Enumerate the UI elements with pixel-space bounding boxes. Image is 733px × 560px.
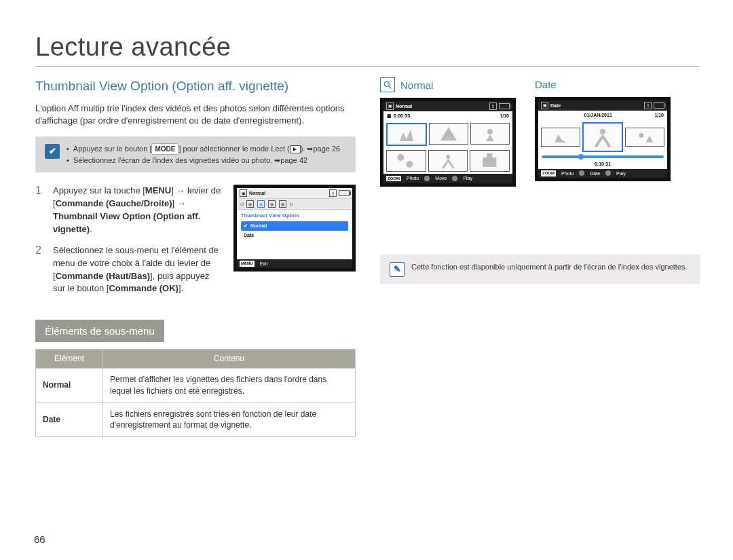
prerequisite-list: • Appuyez sur le bouton [MODE] pour séle… xyxy=(67,143,346,166)
thumbnail-filmstrip xyxy=(538,120,667,154)
table-row: Date Les fichiers enregistrés sont triés… xyxy=(36,403,356,437)
sd-card-icon: ▯ xyxy=(489,102,497,110)
joystick-icon xyxy=(579,170,584,176)
submenu-header: Éléments de sous-menu xyxy=(35,320,164,342)
svg-point-9 xyxy=(600,129,605,134)
right-column: Normal ▣ Normal ▯ xyxy=(380,77,700,437)
step-number: 1 xyxy=(35,185,46,236)
label-date: Date xyxy=(535,77,557,92)
svg-point-0 xyxy=(384,81,389,86)
sd-card-icon: ▯ xyxy=(644,102,652,109)
lcd-menu-body: Thumbnail View Option ✔ Normal Date xyxy=(237,210,352,259)
step-block: ▣ Normal ▯ ◁ ◍ ◍ ◍ xyxy=(35,185,356,303)
lcd-top-bar: ▣ Normal ▯ xyxy=(237,188,352,199)
svg-rect-8 xyxy=(487,153,493,157)
col-element: Elément xyxy=(36,350,103,369)
check-icon: ✔ xyxy=(45,144,60,159)
svg-line-1 xyxy=(389,86,392,89)
left-column: Thumbnail View Option (Option aff. vigne… xyxy=(35,77,356,437)
scroll-right-icon: ▷ xyxy=(290,201,293,208)
section-heading: Thumbnail View Option (Option aff. vigne… xyxy=(35,77,356,96)
info-row: 01/JAN/2011 1/10 xyxy=(538,111,667,120)
lcd-scroll-strip: ◁ ◍ ◍ ◍ ◍ ▷ xyxy=(237,199,352,210)
lcd-menu-illustration: ▣ Normal ▯ ◁ ◍ ◍ ◍ xyxy=(233,185,356,272)
label-row: Normal xyxy=(380,77,516,92)
thumbnail xyxy=(541,128,580,147)
svg-point-4 xyxy=(397,154,404,161)
battery-icon xyxy=(339,190,350,196)
step-text: Sélectionnez le sous-menu et l'élément d… xyxy=(53,244,223,295)
note-icon: ✎ xyxy=(390,262,405,277)
step-text: Appuyez sur la touche [MENU] → levier de… xyxy=(53,185,223,236)
normal-preview-block: Normal ▣ Normal ▯ xyxy=(380,77,516,187)
lcd-footer-bar: ZOOM Photo Date Play xyxy=(538,169,667,179)
joystick-icon xyxy=(424,176,430,181)
checkmark-icon: ✔ xyxy=(244,223,248,229)
thumbnail xyxy=(428,150,468,172)
thumbnail xyxy=(429,123,468,145)
movie-icon: ▣ xyxy=(386,102,394,110)
strip-icon-selected: ◍ xyxy=(257,200,265,208)
svg-point-3 xyxy=(487,129,493,134)
two-column-layout: Thumbnail View Option (Option aff. vigne… xyxy=(35,77,700,437)
table-row: Normal Permet d'afficher les vignettes d… xyxy=(36,369,356,403)
manual-page: Lecture avancée Thumbnail View Option (O… xyxy=(0,0,733,451)
zoom-chip: ZOOM xyxy=(386,176,401,181)
svg-rect-7 xyxy=(483,157,497,167)
step-2: 2 Sélectionnez le sous-menu et l'élément… xyxy=(35,244,223,295)
svg-point-10 xyxy=(639,133,643,138)
thumbnail xyxy=(582,122,623,152)
step-number: 2 xyxy=(35,244,46,295)
note-box: ✎ Cette fonction est disponible uniqueme… xyxy=(380,255,700,284)
thumbnail xyxy=(386,123,427,146)
play-mode-icon xyxy=(290,145,301,153)
bullet-item: • Sélectionnez l'écran de l'index des vi… xyxy=(67,155,346,166)
battery-icon xyxy=(499,103,510,109)
note-text: Cette fonction est disponible uniquement… xyxy=(411,261,688,273)
timeline-bar xyxy=(542,155,664,158)
scroll-left-icon: ◁ xyxy=(240,201,243,208)
menu-item-date: Date xyxy=(241,231,348,240)
page-title: Lecture avancée xyxy=(35,33,700,62)
step-1: 1 Appuyez sur la touche [MENU] → levier … xyxy=(35,185,223,236)
joystick-icon xyxy=(452,176,457,181)
zoom-chip: ZOOM xyxy=(541,170,556,176)
thumbnail xyxy=(386,150,426,172)
intro-paragraph: L'option Aff multip trie l'index des vid… xyxy=(35,102,356,127)
movie-icon: ▣ xyxy=(240,189,247,197)
label-row: Date xyxy=(535,77,671,92)
lcd-footer-bar: MENU Exit xyxy=(237,259,352,269)
title-divider xyxy=(35,66,700,67)
thumbnail-grid-row xyxy=(383,148,512,174)
lcd-date: ▣ Date ▯ 01/JAN/2011 1/10 xyxy=(535,97,671,181)
magnifier-icon xyxy=(380,77,395,92)
prerequisite-box: ✔ • Appuyez sur le bouton [MODE] pour sé… xyxy=(35,136,356,173)
page-number: 66 xyxy=(34,534,45,545)
label-normal: Normal xyxy=(400,78,433,92)
thumbnail-grid-row xyxy=(383,121,512,148)
strip-icon: ◍ xyxy=(279,200,286,208)
strip-icon: ◍ xyxy=(246,200,254,208)
preview-screens-row: Normal ▣ Normal ▯ xyxy=(380,77,700,187)
thumbnail xyxy=(470,123,510,145)
svg-point-5 xyxy=(406,161,413,168)
menu-chip: MENU xyxy=(240,261,255,266)
menu-item-normal: ✔ Normal xyxy=(241,221,348,231)
strip-icon: ◍ xyxy=(268,200,276,208)
date-preview-block: Date ▣ Date ▯ xyxy=(535,77,671,187)
joystick-icon xyxy=(605,170,611,176)
movie-icon: ▣ xyxy=(541,102,548,109)
info-row: ▣0:00:55 1/10 xyxy=(383,111,512,121)
battery-icon xyxy=(654,102,664,109)
clip-icon: ▣ xyxy=(387,113,392,119)
info-row: 0:10:31 xyxy=(538,160,667,169)
thumbnail xyxy=(470,150,510,172)
sd-card-icon: ▯ xyxy=(329,189,337,197)
mode-button-chip: MODE xyxy=(151,143,178,155)
lcd-normal: ▣ Normal ▯ ▣0:00:55 1/10 xyxy=(380,98,516,187)
svg-rect-2 xyxy=(445,136,447,141)
submenu-table: Elément Contenu Normal Permet d'afficher… xyxy=(35,349,356,437)
thumbnail xyxy=(625,128,664,147)
lcd-menu-title: Thumbnail View Option xyxy=(241,212,348,219)
lcd-footer-bar: ZOOM Photo Move Play xyxy=(383,174,512,183)
